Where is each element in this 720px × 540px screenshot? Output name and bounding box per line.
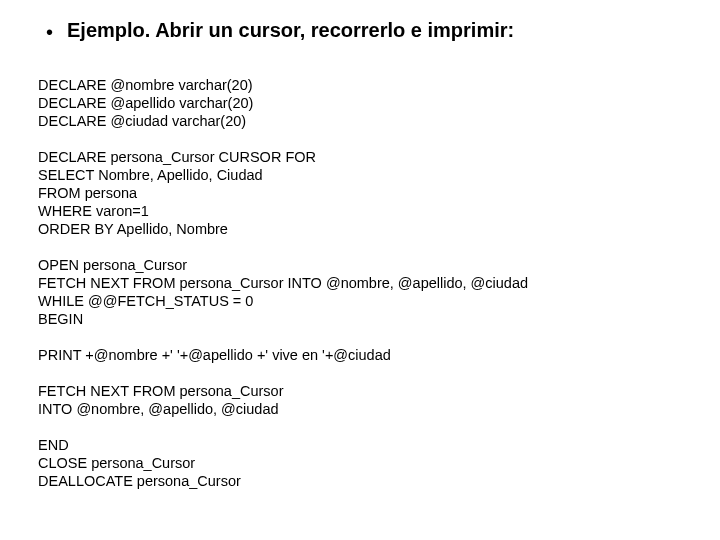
code-line: PRINT +@nombre +' '+@apellido +' vive en…: [38, 347, 391, 363]
code-line: ORDER BY Apellido, Nombre: [38, 221, 228, 237]
code-line: FROM persona: [38, 185, 137, 201]
code-line: DEALLOCATE persona_Cursor: [38, 473, 241, 489]
code-line: WHERE varon=1: [38, 203, 149, 219]
slide-title: Ejemplo. Abrir un cursor, recorrerlo e i…: [67, 18, 514, 42]
code-line: DECLARE @apellido varchar(20): [38, 95, 253, 111]
code-line: BEGIN: [38, 311, 83, 327]
slide-page: • Ejemplo. Abrir un cursor, recorrerlo e…: [0, 0, 720, 518]
title-row: • Ejemplo. Abrir un cursor, recorrerlo e…: [46, 18, 692, 44]
code-line: OPEN persona_Cursor: [38, 257, 187, 273]
code-line: FETCH NEXT FROM persona_Cursor INTO @nom…: [38, 275, 528, 291]
code-line: CLOSE persona_Cursor: [38, 455, 195, 471]
code-line: WHILE @@FETCH_STATUS = 0: [38, 293, 253, 309]
bullet-icon: •: [46, 20, 53, 44]
code-line: FETCH NEXT FROM persona_Cursor: [38, 383, 283, 399]
code-line: DECLARE @ciudad varchar(20): [38, 113, 246, 129]
code-line: SELECT Nombre, Apellido, Ciudad: [38, 167, 263, 183]
code-line: DECLARE persona_Cursor CURSOR FOR: [38, 149, 316, 165]
code-block: DECLARE @nombre varchar(20) DECLARE @ape…: [38, 58, 692, 508]
code-line: INTO @nombre, @apellido, @ciudad: [38, 401, 279, 417]
code-line: END: [38, 437, 69, 453]
code-line: DECLARE @nombre varchar(20): [38, 77, 253, 93]
